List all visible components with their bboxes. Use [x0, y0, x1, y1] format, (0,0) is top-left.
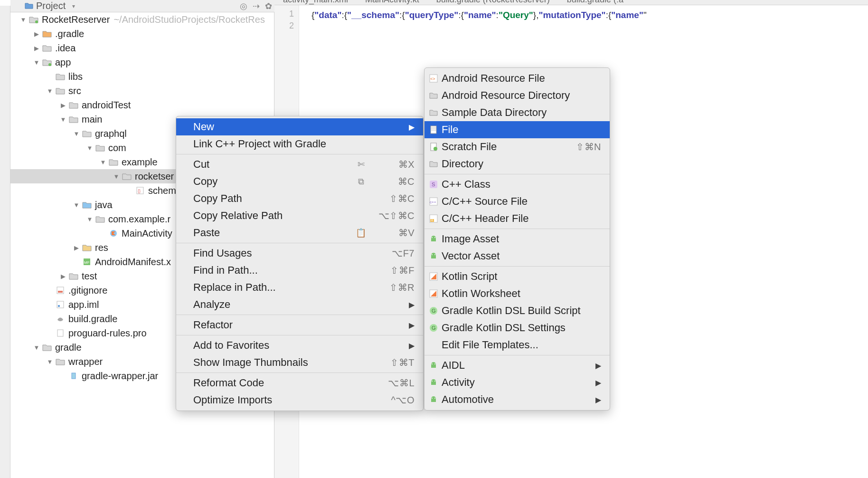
- paste-icon: 📋: [356, 228, 366, 238]
- svg-point-40: [434, 398, 435, 399]
- chevron-down-icon[interactable]: ▼: [47, 358, 53, 365]
- svg-rect-15: [431, 126, 436, 134]
- submenu-item-activity[interactable]: Activity▶: [425, 374, 610, 391]
- menu-separator: [425, 266, 610, 267]
- menu-item-copy[interactable]: ⧉Copy⌘C: [176, 173, 423, 190]
- menu-item-find-in-path-[interactable]: Find in Path...⇧⌘F: [176, 262, 423, 279]
- submenu-item-gradle-kotlin-dsl-build-script[interactable]: GGradle Kotlin DSL Build Script: [425, 302, 610, 319]
- menu-item-refactor[interactable]: Refactor▶: [176, 316, 423, 334]
- menu-shortcut: ⇧⌘T: [390, 357, 415, 368]
- submenu-item-gradle-kotlin-dsl-settings[interactable]: GGradle Kotlin DSL Settings: [425, 319, 610, 336]
- chevron-right-icon[interactable]: ▶: [33, 45, 40, 52]
- menu-item-reformat-code[interactable]: Reformat Code⌥⌘L: [176, 374, 423, 392]
- tree-item-label: src: [68, 86, 81, 96]
- menu-item-label: Kotlin Script: [442, 270, 601, 283]
- svg-rect-10: [58, 305, 60, 307]
- menu-item-label: C++ Class: [442, 178, 601, 191]
- code-editor[interactable]: {"data":{"__schema":{"queryType":{"name"…: [311, 5, 868, 20]
- chevron-down-icon[interactable]: ▼: [33, 59, 40, 66]
- menu-item-cut[interactable]: ✄Cut⌘X: [176, 156, 423, 173]
- submenu-item-kotlin-script[interactable]: Kotlin Script: [425, 268, 610, 285]
- tree-item-label: com: [108, 143, 126, 153]
- menu-item-add-to-favorites[interactable]: Add to Favorites▶: [176, 337, 423, 354]
- iml-icon: [55, 300, 66, 309]
- submenu-item-sample-data-directory[interactable]: Sample Data Directory: [425, 104, 610, 121]
- editor-tab[interactable]: activity_main.xml: [274, 0, 357, 5]
- tree-item-label: MainActivity: [122, 228, 172, 239]
- menu-separator: [176, 373, 423, 373]
- new-submenu[interactable]: <>Android Resource FileAndroid Resource …: [424, 67, 610, 411]
- tree-item-label: example: [122, 157, 158, 168]
- submenu-item-c-c-source-file[interactable]: c++C/C++ Source File: [425, 193, 610, 210]
- code-token: :{: [399, 10, 405, 20]
- submenu-item-android-resource-directory[interactable]: Android Resource Directory: [425, 87, 610, 104]
- menu-item-new[interactable]: New▶: [176, 118, 423, 135]
- chevron-down-icon[interactable]: ▼: [73, 130, 80, 137]
- chevron-down-icon[interactable]: ▾: [72, 3, 75, 10]
- menu-item-find-usages[interactable]: Find Usages⌥F7: [176, 245, 423, 262]
- context-menu[interactable]: New▶Link C++ Project with Gradle✄Cut⌘X⧉C…: [176, 116, 424, 411]
- submenu-item-edit-file-templates-[interactable]: Edit File Templates...: [425, 336, 610, 354]
- editor-tab[interactable]: MainActivity.kt: [357, 0, 428, 5]
- chevron-down-icon[interactable]: ▼: [20, 16, 27, 23]
- menu-item-replace-in-path-[interactable]: Replace in Path...⇧⌘R: [176, 279, 423, 296]
- submenu-item-android-resource-file[interactable]: <>Android Resource File: [425, 70, 610, 87]
- tree-row--gradle[interactable]: ▶.gradle: [10, 27, 274, 41]
- tree-row-libs[interactable]: ▶libs: [10, 69, 274, 84]
- chevron-right-icon[interactable]: ▶: [73, 244, 80, 251]
- chevron-down-icon[interactable]: ▼: [86, 144, 93, 152]
- chevron-down-icon[interactable]: ▼: [73, 201, 80, 209]
- tree-row-rocketreserver[interactable]: ▼RocketReserver~/AndroidStudioProjects/R…: [10, 12, 274, 27]
- menu-item-paste[interactable]: 📋Paste⌘V: [176, 224, 423, 241]
- tree-row--idea[interactable]: ▶.idea: [10, 41, 274, 55]
- left-tool-strip[interactable]: [0, 6, 10, 478]
- submenu-item-c-class[interactable]: SC++ Class: [425, 176, 610, 193]
- chevron-down-icon[interactable]: ▼: [86, 216, 93, 223]
- menu-item-link-c-project-with-gradle[interactable]: Link C++ Project with Gradle: [176, 135, 423, 153]
- menu-item-copy-path[interactable]: Copy Path⇧⌘C: [176, 190, 423, 207]
- svg-text:S: S: [432, 182, 435, 187]
- svg-text:G: G: [432, 308, 436, 314]
- chevron-down-icon[interactable]: ▼: [113, 173, 120, 180]
- menu-item-optimize-imports[interactable]: Optimize Imports^⌥O: [176, 392, 423, 409]
- menu-item-label: Show Image Thumbnails: [193, 356, 390, 369]
- project-dropdown[interactable]: Project: [36, 0, 66, 11]
- menu-item-copy-relative-path[interactable]: Copy Relative Path⌥⇧⌘C: [176, 207, 423, 224]
- menu-item-show-image-thumbnails[interactable]: Show Image Thumbnails⇧⌘T: [176, 354, 423, 371]
- submenu-item-kotlin-worksheet[interactable]: Kotlin Worksheet: [425, 285, 610, 302]
- submenu-item-aidl[interactable]: AIDL▶: [425, 357, 610, 374]
- chevron-down-icon[interactable]: ▼: [100, 159, 106, 166]
- gear-icon[interactable]: ✿: [262, 1, 274, 11]
- menu-item-label: Copy Relative Path: [193, 210, 378, 222]
- folder-icon: [42, 343, 52, 352]
- chevron-down-icon[interactable]: ▼: [47, 87, 53, 95]
- submenu-item-vector-asset[interactable]: Vector Asset: [425, 248, 610, 265]
- menu-separator: [176, 243, 423, 243]
- tree-row-src[interactable]: ▼src: [10, 84, 274, 98]
- menu-item-label: Cut: [193, 158, 398, 171]
- editor-tab[interactable]: build.gradle (:a: [558, 0, 632, 5]
- menu-item-label: Kotlin Worksheet: [442, 287, 601, 300]
- chevron-right-icon: ▶: [595, 361, 601, 370]
- chevron-right-icon[interactable]: ▶: [33, 30, 40, 38]
- submenu-item-file[interactable]: File: [425, 121, 610, 138]
- submenu-item-c-c-header-file[interactable]: HC/C++ Header File: [425, 210, 610, 227]
- submenu-item-scratch-file[interactable]: Scratch File⇧⌘N: [425, 138, 610, 155]
- chevron-right-icon[interactable]: ▶: [60, 273, 66, 280]
- chevron-down-icon[interactable]: ▼: [60, 116, 66, 123]
- chevron-right-icon[interactable]: ▶: [60, 102, 66, 109]
- chevron-down-icon[interactable]: ▼: [33, 344, 40, 351]
- code-token: "name": [464, 10, 496, 20]
- editor-tabs[interactable]: activity_main.xmlMainActivity.ktbuild.gr…: [274, 0, 868, 5]
- submenu-item-directory[interactable]: Directory: [425, 155, 610, 172]
- editor-tab[interactable]: build.gradle (RocketReserver): [428, 0, 558, 5]
- submenu-item-image-asset[interactable]: Image Asset: [425, 230, 610, 248]
- tree-row-app[interactable]: ▼app: [10, 55, 274, 69]
- chevron-right-icon: ▶: [409, 321, 415, 330]
- tree-row-androidtest[interactable]: ▶androidTest: [10, 98, 274, 112]
- menu-item-analyze[interactable]: Analyze▶: [176, 296, 423, 313]
- submenu-item-automotive[interactable]: Automotive▶: [425, 391, 610, 408]
- menu-item-label: Vector Asset: [442, 250, 601, 262]
- target-icon[interactable]: ◎: [237, 1, 250, 11]
- collapse-icon[interactable]: ⇢: [250, 1, 262, 11]
